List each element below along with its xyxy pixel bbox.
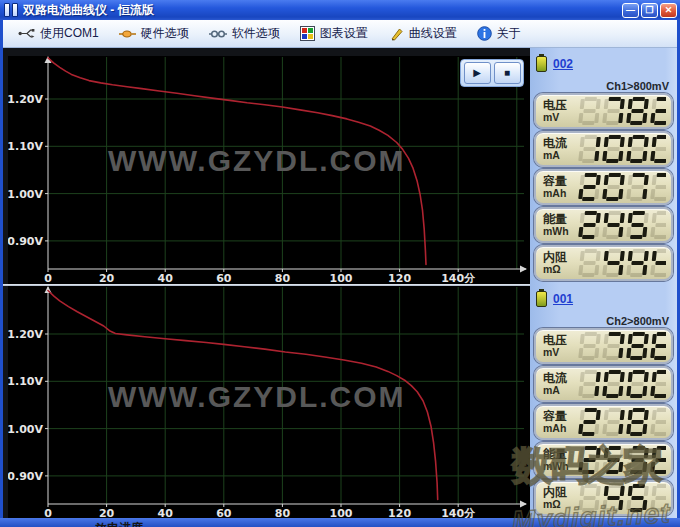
lcd-value-voltage — [577, 97, 666, 125]
lcd-current: 电流mA — [534, 131, 673, 167]
toolbar-label: 使用COM1 — [40, 25, 99, 42]
lcd-label: 容量 — [543, 410, 577, 423]
lcd-unit: mAh — [543, 423, 577, 434]
channel2-section: 001 Ch2>800mV 电压mV 电流mA 容量mAh — [534, 291, 673, 516]
lcd-label: 电流 — [543, 372, 577, 385]
lcd-unit: mWh — [543, 461, 577, 472]
lcd-value-resistance — [577, 484, 666, 512]
toolbar-label: 曲线设置 — [409, 25, 457, 42]
lcd-unit: mΩ — [543, 264, 577, 275]
lcd-label: 电压 — [543, 99, 577, 112]
titlebar: 双路电池曲线仪 - 恒流版 — ❐ ✕ — [0, 0, 680, 20]
battery-icon — [536, 56, 547, 72]
lcd-energy: 能量mWh — [534, 442, 673, 478]
toolbar-button-curve-settings[interactable]: 曲线设置 — [379, 22, 466, 45]
toolbar-label: 关于 — [497, 25, 521, 42]
channel2-cutoff-label: Ch2>800mV — [606, 315, 669, 327]
lcd-unit: mΩ — [543, 499, 577, 510]
lcd-current: 电流mA — [534, 366, 673, 402]
svg-text:1.00V: 1.00V — [8, 188, 43, 201]
statusbar-text: 放电进度 — [95, 520, 143, 527]
main-area: 1.20V1.10V1.00V0.90V020406080100120140分 … — [3, 48, 677, 518]
maximize-button[interactable]: ❐ — [641, 3, 658, 18]
svg-text:20: 20 — [99, 272, 115, 284]
svg-text:60: 60 — [216, 272, 232, 284]
svg-text:0.90V: 0.90V — [8, 235, 43, 248]
readings-panel: 002 Ch1>800mV 电压mV 电流mA 容量mAh — [530, 48, 677, 518]
hardware-connector-icon — [119, 28, 136, 40]
lcd-value-current — [577, 370, 666, 398]
chart-channel2: 1.20V1.10V1.00V0.90V020406080100120140分 … — [8, 286, 530, 519]
window-frame: 使用COM1 硬件选项 软件选项 — [0, 20, 680, 518]
lcd-value-capacity — [577, 173, 666, 201]
window-title: 双路电池曲线仪 - 恒流版 — [23, 2, 620, 19]
toolbar-button-hardware[interactable]: 硬件选项 — [110, 22, 198, 45]
lcd-label: 内阻 — [543, 251, 577, 264]
toolbar: 使用COM1 硬件选项 软件选项 — [3, 20, 677, 48]
lcd-value-current — [577, 135, 666, 163]
lcd-voltage: 电压mV — [534, 328, 673, 364]
statusbar: 放电进度 — [0, 518, 680, 527]
charts-column: 1.20V1.10V1.00V0.90V020406080100120140分 … — [3, 48, 530, 518]
chart2-plot: 1.20V1.10V1.00V0.90V020406080100120140分 — [8, 286, 530, 519]
chart-grid-icon — [300, 26, 315, 41]
channel1-header: 002 Ch1>800mV — [534, 56, 673, 93]
toolbar-label: 图表设置 — [320, 25, 368, 42]
chart1-plot: 1.20V1.10V1.00V0.90V020406080100120140分 — [8, 56, 530, 284]
usb-plug-icon — [18, 26, 35, 41]
channel1-cutoff-label: Ch1>800mV — [606, 80, 669, 92]
curve-pencil-icon — [388, 26, 404, 42]
lcd-resistance: 内阻mΩ — [534, 245, 673, 281]
software-connector-icon — [209, 28, 227, 40]
lcd-energy: 能量mWh — [534, 207, 673, 243]
svg-text:100: 100 — [330, 272, 353, 284]
lcd-voltage: 电压mV — [534, 93, 673, 129]
info-icon — [477, 26, 492, 41]
svg-text:120: 120 — [388, 272, 411, 284]
lcd-value-resistance — [577, 249, 666, 277]
svg-text:1.20V: 1.20V — [8, 328, 43, 341]
lcd-unit: mA — [543, 150, 577, 161]
lcd-unit: mAh — [543, 188, 577, 199]
lcd-capacity: 容量mAh — [534, 404, 673, 440]
transport-controls: ▶ ■ — [460, 59, 524, 87]
svg-text:140分: 140分 — [441, 272, 475, 284]
channel2-header: 001 Ch2>800mV — [534, 291, 673, 328]
svg-text:80: 80 — [275, 272, 291, 284]
channel1-section: 002 Ch1>800mV 电压mV 电流mA 容量mAh — [534, 56, 673, 281]
toolbar-label: 硬件选项 — [141, 25, 189, 42]
svg-text:1.10V: 1.10V — [8, 375, 43, 388]
app-icon — [4, 3, 19, 17]
lcd-unit: mA — [543, 385, 577, 396]
lcd-unit: mV — [543, 112, 577, 123]
battery-icon — [536, 291, 547, 307]
channel1-cell-link[interactable]: 002 — [553, 57, 573, 71]
lcd-value-energy — [577, 446, 666, 474]
lcd-label: 能量 — [543, 213, 577, 226]
lcd-resistance: 内阻mΩ — [534, 480, 673, 516]
toolbar-button-com[interactable]: 使用COM1 — [9, 22, 108, 45]
minimize-button[interactable]: — — [622, 3, 639, 18]
lcd-label: 容量 — [543, 175, 577, 188]
toolbar-button-about[interactable]: 关于 — [468, 22, 530, 45]
chart-channel1: 1.20V1.10V1.00V0.90V020406080100120140分 … — [8, 56, 530, 284]
channel2-cell-link[interactable]: 001 — [553, 292, 573, 306]
lcd-label: 电流 — [543, 137, 577, 150]
svg-text:0.90V: 0.90V — [8, 470, 43, 483]
toolbar-button-chart-settings[interactable]: 图表设置 — [291, 22, 377, 45]
svg-text:1.00V: 1.00V — [8, 423, 43, 436]
lcd-capacity: 容量mAh — [534, 169, 673, 205]
lcd-value-voltage — [577, 332, 666, 360]
toolbar-button-software[interactable]: 软件选项 — [200, 22, 289, 45]
stop-button[interactable]: ■ — [494, 62, 521, 84]
lcd-value-energy — [577, 211, 666, 239]
lcd-label: 电压 — [543, 334, 577, 347]
lcd-label: 能量 — [543, 448, 577, 461]
svg-text:1.10V: 1.10V — [8, 140, 43, 153]
svg-text:1.20V: 1.20V — [8, 93, 43, 106]
toolbar-label: 软件选项 — [232, 25, 280, 42]
play-button[interactable]: ▶ — [464, 62, 491, 84]
close-button[interactable]: ✕ — [660, 3, 677, 18]
svg-text:40: 40 — [158, 272, 174, 284]
svg-text:0: 0 — [44, 272, 52, 284]
